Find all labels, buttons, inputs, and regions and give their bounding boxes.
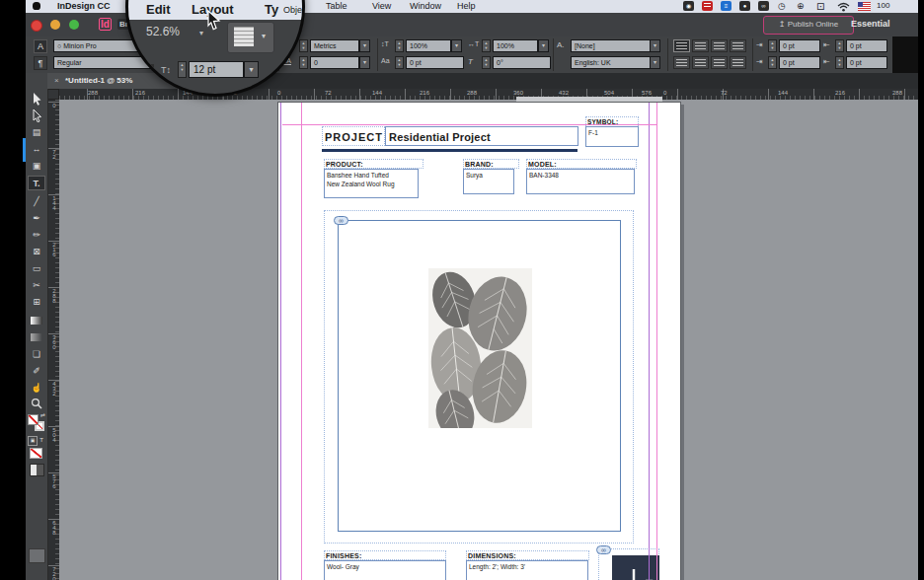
scissors-tool[interactable]: ✂ — [26, 278, 47, 293]
film-icon[interactable] — [702, 1, 713, 11]
margin-guide-left[interactable] — [301, 103, 302, 580]
paragraph-formatting-toggle[interactable]: ¶ — [34, 56, 47, 70]
line-tool[interactable]: ╱ — [26, 194, 47, 209]
align-center-button[interactable] — [692, 39, 709, 52]
pen-tool[interactable]: ✒ — [26, 211, 47, 226]
baseline-shift-field[interactable]: 0 pt — [406, 56, 464, 69]
brand-label-frame[interactable]: BRAND: — [463, 159, 519, 169]
type-tool[interactable]: T. — [28, 176, 45, 190]
product-label-frame[interactable]: PRODUCT: — [324, 159, 424, 169]
finishes-label-frame[interactable]: FINISHES: — [324, 550, 446, 560]
kerning-dropdown[interactable]: ▾ — [359, 39, 370, 52]
menu-view[interactable]: View — [372, 1, 391, 11]
justify-center-button[interactable] — [692, 56, 709, 69]
fill-stroke-swatches[interactable]: ⇄ — [28, 414, 47, 434]
vertical-scale-dropdown[interactable]: ▾ — [451, 39, 462, 52]
margin-guide-right[interactable] — [656, 103, 657, 580]
move-icon[interactable]: ⊕ — [797, 1, 805, 11]
last-line-indent-field[interactable]: 0 pt — [846, 56, 887, 69]
ruler-corner[interactable] — [47, 89, 59, 100]
kerning-stepper[interactable]: ▴▾ — [299, 39, 308, 52]
character-style-dropdown[interactable]: ▾ — [650, 39, 660, 52]
justify-right-button[interactable] — [711, 56, 728, 69]
right-indent-stepper[interactable]: ▴▾ — [835, 39, 844, 52]
document-page[interactable]: PROJECT Residential Project SYMBOL: F-1 … — [277, 102, 681, 580]
header-rule[interactable] — [322, 149, 578, 152]
selection-tool[interactable] — [26, 92, 47, 107]
gradient-swatch-tool[interactable] — [26, 314, 47, 328]
horizontal-scale-stepper[interactable]: ▴▾ — [482, 39, 491, 52]
gradient-feather-tool[interactable] — [26, 330, 47, 345]
symbol-value-frame[interactable]: F-1 — [585, 126, 639, 147]
tracking-stepper[interactable]: ▴▾ — [299, 56, 308, 69]
justify-button[interactable] — [730, 39, 746, 52]
left-indent-stepper[interactable]: ▴▾ — [768, 39, 777, 52]
character-style-field[interactable]: [None] — [571, 39, 652, 52]
finishes-value-frame[interactable]: Wool- Gray — [324, 560, 446, 580]
frame-tool[interactable]: ⊠ — [26, 245, 47, 259]
display-icon[interactable]: ⊡ — [816, 1, 824, 12]
creative-cloud-icon[interactable]: ∞ — [758, 1, 769, 11]
first-line-indent-stepper[interactable]: ▴▾ — [768, 56, 777, 69]
column-guide-left[interactable] — [280, 103, 281, 580]
symbol-linked-badge[interactable]: ∞ — [596, 545, 611, 554]
record-icon[interactable]: ● — [739, 1, 750, 11]
content-collector-tool[interactable]: ▣ — [26, 159, 47, 174]
screen-mode-button[interactable] — [29, 548, 45, 563]
minimize-window-button[interactable] — [50, 20, 60, 30]
left-indent-field[interactable]: 0 pt — [779, 39, 820, 52]
zoom-tool[interactable] — [26, 398, 47, 412]
horizontal-scale-field[interactable]: 100% — [493, 39, 538, 52]
vertical-ruler[interactable]: 072 144216 288360 432504 576648 720 — [47, 100, 59, 580]
pasteboard[interactable]: PROJECT Residential Project SYMBOL: F-1 … — [59, 100, 918, 580]
pencil-tool[interactable]: ✏ — [26, 228, 47, 243]
linked-frame-badge[interactable]: ∞ — [334, 216, 348, 225]
formatting-affects-text-button[interactable]: T — [38, 436, 45, 444]
skew-stepper[interactable]: ▴▾ — [482, 56, 491, 69]
tracking-dropdown[interactable]: ▾ — [359, 56, 370, 69]
hand-tool[interactable]: ☝ — [26, 381, 47, 396]
fill-swatch[interactable] — [28, 414, 38, 425]
kerning-field[interactable]: Metrics — [310, 39, 359, 52]
right-indent-field[interactable]: 0 pt — [846, 39, 887, 52]
clock-icon[interactable]: ◷ — [778, 1, 786, 11]
rectangle-tool[interactable]: ▭ — [26, 261, 47, 276]
gap-tool[interactable]: ↔ — [26, 142, 47, 157]
first-line-indent-field[interactable]: 0 pt — [779, 56, 820, 69]
menu-window[interactable]: Window — [410, 1, 441, 11]
vertical-scale-stepper[interactable]: ▴▾ — [395, 39, 404, 52]
language-dropdown[interactable]: ▾ — [650, 56, 660, 69]
model-value-frame[interactable]: BAN-3348 — [526, 169, 635, 194]
workspace-switcher[interactable]: Essential — [851, 19, 890, 29]
note-tool[interactable]: ❏ — [26, 347, 47, 362]
language-field[interactable]: English: UK — [571, 56, 652, 69]
camera-icon[interactable]: ◉ — [683, 1, 694, 11]
wifi-icon[interactable] — [837, 2, 850, 12]
tracking-field[interactable]: 0 — [310, 56, 359, 69]
align-right-button[interactable] — [711, 39, 728, 52]
model-label-frame[interactable]: MODEL: — [526, 159, 637, 169]
apple-menu-icon[interactable] — [33, 2, 40, 10]
dimensions-label-frame[interactable]: DIMENSIONS: — [466, 550, 589, 560]
product-value-frame[interactable]: Banshee Hand Tufted New Zealand Wool Rug — [324, 169, 419, 198]
direct-selection-tool[interactable] — [26, 109, 47, 123]
dimensions-value-frame[interactable]: Length: 2'; Width: 3' — [466, 560, 588, 580]
apply-none-button[interactable] — [30, 448, 42, 459]
column-guide-right[interactable] — [649, 103, 650, 580]
skew-field[interactable]: 0° — [493, 56, 551, 69]
preview-mode-button[interactable] — [30, 464, 44, 476]
eyedropper-tool[interactable]: ✐ — [26, 364, 47, 379]
zoom-window-button[interactable] — [69, 20, 79, 30]
vertical-scale-field[interactable]: 100% — [406, 39, 451, 52]
menu-table[interactable]: Table — [326, 1, 347, 11]
formatting-affects-container-button[interactable]: ▣ — [28, 436, 38, 446]
sync-app-icon[interactable]: ≡ — [721, 1, 732, 11]
project-label-frame[interactable]: PROJECT — [322, 126, 385, 146]
character-formatting-toggle[interactable]: A — [34, 39, 47, 53]
close-window-button[interactable] — [31, 20, 42, 32]
brand-value-frame[interactable]: Surya — [463, 169, 514, 194]
page-tool[interactable]: ▤ — [26, 125, 47, 140]
flag-icon[interactable] — [858, 2, 871, 11]
baseline-shift-stepper[interactable]: ▴▾ — [395, 56, 404, 69]
last-line-indent-stepper[interactable]: ▴▾ — [835, 56, 844, 69]
